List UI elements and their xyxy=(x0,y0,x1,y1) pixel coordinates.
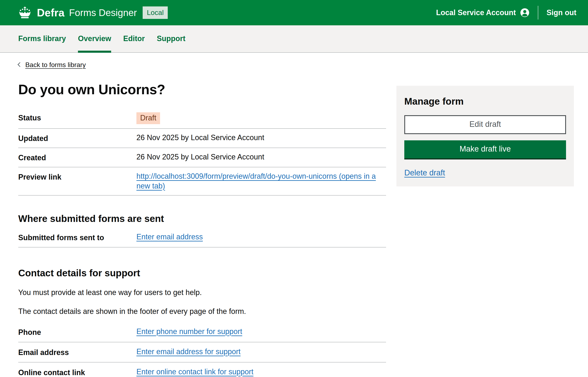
summary-row-created: Created 26 Nov 2025 by Local Service Acc… xyxy=(18,148,386,167)
nav-item-forms-library[interactable]: Forms library xyxy=(18,25,66,53)
summary-row-status: Status Draft xyxy=(18,108,386,129)
back-to-forms-library-link[interactable]: Back to forms library xyxy=(25,61,86,69)
updated-label: Updated xyxy=(18,133,136,143)
header-divider xyxy=(538,6,538,20)
preview-link-label: Preview link xyxy=(18,171,136,182)
contact-intro-1: You must provide at least one way for us… xyxy=(18,288,386,297)
service-navigation: Forms library Overview Editor Support xyxy=(0,25,588,53)
summary-row-preview-link: Preview link http://localhost:3009/form/… xyxy=(18,167,386,196)
sign-out-link[interactable]: Sign out xyxy=(546,8,577,17)
manage-form-heading: Manage form xyxy=(404,96,566,107)
preview-link[interactable]: http://localhost:3009/form/preview/draft… xyxy=(136,172,376,190)
page-title: Do you own Unicorns? xyxy=(18,82,386,97)
nav-item-editor[interactable]: Editor xyxy=(123,25,145,53)
summary-row-updated: Updated 26 Nov 2025 by Local Service Acc… xyxy=(18,129,386,148)
contact-section-heading: Contact details for support xyxy=(18,267,386,279)
manage-form-panel: Manage form Edit draft Make draft live D… xyxy=(396,86,574,187)
account-link[interactable]: Local Service Account xyxy=(436,8,516,17)
nav-item-overview[interactable]: Overview xyxy=(78,25,111,53)
summary-row-phone: Phone Enter phone number for support xyxy=(18,322,386,342)
header-account-area: Local Service Account Sign out xyxy=(436,6,577,20)
submission-section-heading: Where submitted forms are sent xyxy=(18,213,386,224)
sidebar: Manage form Edit draft Make draft live D… xyxy=(396,86,574,187)
updated-value: 26 Nov 2025 by Local Service Account xyxy=(136,133,386,143)
org-name: Defra xyxy=(37,6,65,19)
email-address-label: Email address xyxy=(18,347,136,357)
created-value: 26 Nov 2025 by Local Service Account xyxy=(136,152,386,162)
summary-row-email: Email address Enter email address for su… xyxy=(18,342,386,363)
make-draft-live-button[interactable]: Make draft live xyxy=(404,140,566,158)
delete-draft-link[interactable]: Delete draft xyxy=(404,168,445,177)
contact-intro-2: The contact details are shown in the foo… xyxy=(18,307,386,316)
back-row: Back to forms library xyxy=(0,53,588,69)
edit-draft-button[interactable]: Edit draft xyxy=(404,115,566,134)
enter-email-address-link[interactable]: Enter email address xyxy=(136,233,203,241)
main-content: Do you own Unicorns? Status Draft Update… xyxy=(18,69,386,377)
person-icon xyxy=(520,8,530,17)
phone-label: Phone xyxy=(18,327,136,337)
crown-icon xyxy=(18,7,32,19)
contact-rows: Phone Enter phone number for support Ema… xyxy=(18,322,386,377)
header-branding[interactable]: Defra Forms Designer Local xyxy=(18,6,168,19)
created-label: Created xyxy=(18,152,136,163)
nav-item-support[interactable]: Support xyxy=(157,25,185,53)
status-badge: Draft xyxy=(136,112,160,124)
page-body: Do you own Unicorns? Status Draft Update… xyxy=(0,69,588,377)
product-name: Forms Designer xyxy=(69,7,137,18)
summary-row-online-contact: Online contact link Enter online contact… xyxy=(18,363,386,377)
status-value: Draft xyxy=(136,112,386,124)
submission-rows: Submitted forms sent to Enter email addr… xyxy=(18,227,386,248)
form-summary-list: Status Draft Updated 26 Nov 2025 by Loca… xyxy=(18,108,386,196)
submitted-forms-label: Submitted forms sent to xyxy=(18,232,136,243)
summary-row-submitted-forms: Submitted forms sent to Enter email addr… xyxy=(18,227,386,248)
status-label: Status xyxy=(18,112,136,123)
chevron-left-icon xyxy=(18,62,22,67)
enter-online-contact-link[interactable]: Enter online contact link for support xyxy=(136,367,253,376)
environment-tag: Local xyxy=(143,6,168,19)
enter-phone-number-link[interactable]: Enter phone number for support xyxy=(136,327,242,336)
app-header: Defra Forms Designer Local Local Service… xyxy=(0,0,588,25)
online-contact-link-label: Online contact link xyxy=(18,367,136,377)
enter-support-email-link[interactable]: Enter email address for support xyxy=(136,347,241,356)
